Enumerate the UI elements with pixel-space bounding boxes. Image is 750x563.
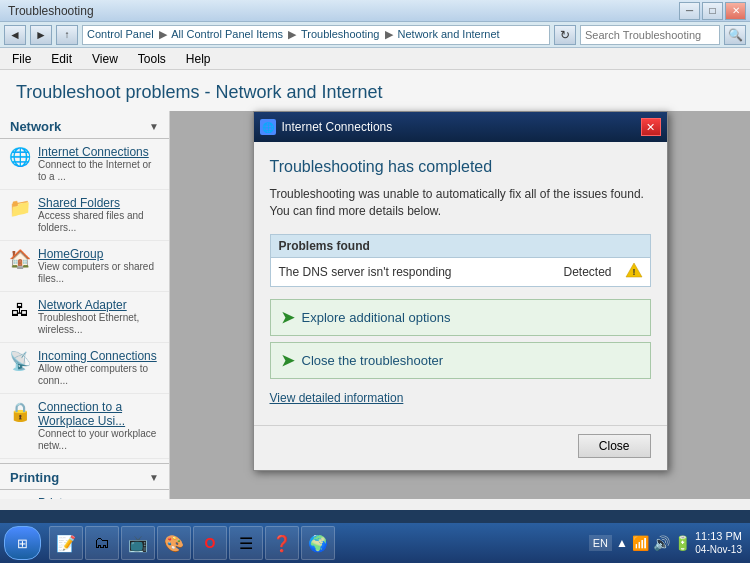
sidebar-item-network-adapter[interactable]: 🖧 Network Adapter Troubleshoot Ethernet,… [0, 292, 169, 343]
sidebar-item-shared-folders[interactable]: 📁 Shared Folders Access shared files and… [0, 190, 169, 241]
up-button[interactable]: ↑ [56, 25, 78, 45]
maximize-button[interactable]: □ [702, 2, 723, 20]
workplace-desc: Connect to your workplace netw... [38, 428, 161, 452]
printing-section-header: Printing ▼ [0, 463, 169, 490]
warning-triangle-icon: ! [625, 262, 643, 278]
dialog-close-x-button[interactable]: ✕ [641, 118, 661, 136]
warning-icon: ! [626, 264, 642, 280]
network-tray-icon: 📶 [632, 535, 649, 551]
language-indicator: EN [589, 535, 612, 551]
titlebar-buttons: ─ □ ✕ [679, 2, 746, 20]
clock[interactable]: 11:13 PM 04-Nov-13 [695, 530, 742, 555]
taskbar-word-app[interactable]: 📝 [49, 526, 83, 560]
start-button[interactable]: ⊞ [4, 526, 41, 560]
menu-bar: File Edit View Tools Help [0, 48, 750, 70]
main-content: 🌐 Internet Connections ✕ Troubleshooting… [170, 111, 750, 499]
sidebar-item-printer[interactable]: 🖨 Printer Troubleshoot problems prevent.… [0, 490, 169, 499]
network-section-header: Network ▼ [0, 111, 169, 139]
workplace-icon: 🔒 [8, 400, 32, 424]
taskbar-settings-app[interactable]: ☰ [229, 526, 263, 560]
menu-help[interactable]: Help [182, 50, 215, 68]
dialog-footer: Close [254, 425, 667, 470]
dialog-titlebar: 🌐 Internet Connections ✕ [254, 112, 667, 142]
sidebar-item-homegroup[interactable]: 🏠 HomeGroup View computers or shared fil… [0, 241, 169, 292]
explore-options-button[interactable]: ➤ Explore additional options [270, 299, 651, 336]
internet-connections-desc: Connect to the Internet or to a ... [38, 159, 161, 183]
dialog-overlay: 🌐 Internet Connections ✕ Troubleshooting… [170, 111, 750, 499]
shared-folders-icon: 📁 [8, 196, 32, 220]
search-box[interactable] [580, 25, 720, 45]
volume-tray-icon: 🔊 [653, 535, 670, 551]
breadcrumb-text: Control Panel ▶ All Control Panel Items … [87, 28, 500, 41]
problems-found-header: Problems found [271, 235, 650, 258]
taskbar-apps: 📝 🗂 📺 🎨 O ☰ ❓ 🌍 [49, 526, 583, 560]
homegroup-icon: 🏠 [8, 247, 32, 271]
internet-connections-title[interactable]: Internet Connections [38, 145, 161, 159]
taskbar-media-app[interactable]: 📺 [121, 526, 155, 560]
taskbar-opera-app[interactable]: O [193, 526, 227, 560]
refresh-button[interactable]: ↻ [554, 25, 576, 45]
window-title: Troubleshooting [8, 4, 94, 18]
dialog-body: Troubleshooting has completed Troublesho… [254, 142, 667, 425]
explore-options-arrow-icon: ➤ [281, 308, 294, 327]
problem-status: Detected [563, 265, 611, 279]
battery-tray-icon: 🔋 [674, 535, 691, 551]
minimize-button[interactable]: ─ [679, 2, 700, 20]
sidebar-item-internet-connections[interactable]: 🌐 Internet Connections Connect to the In… [0, 139, 169, 190]
search-button[interactable]: 🔍 [724, 25, 746, 45]
incoming-connections-title[interactable]: Incoming Connections [38, 349, 161, 363]
menu-file[interactable]: File [8, 50, 35, 68]
homegroup-desc: View computers or shared files... [38, 261, 161, 285]
collapse-arrow-printing[interactable]: ▼ [149, 472, 159, 483]
main-window: Troubleshooting ─ □ ✕ ◄ ► ↑ Control Pane… [0, 0, 750, 510]
network-adapter-desc: Troubleshoot Ethernet, wireless... [38, 312, 161, 336]
menu-view[interactable]: View [88, 50, 122, 68]
shared-folders-desc: Access shared files and folders... [38, 210, 161, 234]
collapse-arrow-network[interactable]: ▼ [149, 121, 159, 132]
taskbar-folder-app[interactable]: 🗂 [85, 526, 119, 560]
close-troubleshooter-label: Close the troubleshooter [302, 353, 444, 368]
sidebar-item-incoming-connections[interactable]: 📡 Incoming Connections Allow other compu… [0, 343, 169, 394]
close-button[interactable]: Close [578, 434, 651, 458]
incoming-connections-desc: Allow other computers to conn... [38, 363, 161, 387]
menu-tools[interactable]: Tools [134, 50, 170, 68]
internet-connections-icon: 🌐 [8, 145, 32, 169]
taskbar-globe-app[interactable]: 🌍 [301, 526, 335, 560]
address-bar: ◄ ► ↑ Control Panel ▶ All Control Panel … [0, 22, 750, 48]
taskbar-tray: EN ▲ 📶 🔊 🔋 11:13 PM 04-Nov-13 [585, 530, 746, 555]
forward-button[interactable]: ► [30, 25, 52, 45]
page-title-area: Troubleshoot problems - Network and Inte… [0, 70, 750, 111]
printer-title[interactable]: Printer [38, 496, 161, 499]
network-adapter-icon: 🖧 [8, 298, 32, 322]
shared-folders-title[interactable]: Shared Folders [38, 196, 161, 210]
homegroup-title[interactable]: HomeGroup [38, 247, 161, 261]
back-button[interactable]: ◄ [4, 25, 26, 45]
taskbar: ⊞ 📝 🗂 📺 🎨 O ☰ ❓ 🌍 EN ▲ 📶 🔊 🔋 11:13 PM 04… [0, 523, 750, 563]
workplace-title[interactable]: Connection to a Workplace Usi... [38, 400, 161, 428]
search-input[interactable] [585, 29, 715, 41]
tray-arrow-up[interactable]: ▲ [616, 536, 628, 550]
svg-text:!: ! [632, 267, 635, 277]
dialog: 🌐 Internet Connections ✕ Troubleshooting… [253, 111, 668, 471]
main-titlebar: Troubleshooting ─ □ ✕ [0, 0, 750, 22]
taskbar-photo-app[interactable]: 🎨 [157, 526, 191, 560]
problem-name: The DNS server isn't responding [279, 265, 556, 279]
incoming-connections-icon: 📡 [8, 349, 32, 373]
printer-icon: 🖨 [8, 496, 32, 499]
desktop: Troubleshooting ─ □ ✕ ◄ ► ↑ Control Pane… [0, 0, 750, 510]
window-close-button[interactable]: ✕ [725, 2, 746, 20]
dialog-icon: 🌐 [260, 119, 276, 135]
dialog-title: Internet Connections [282, 120, 635, 134]
close-troubleshooter-button[interactable]: ➤ Close the troubleshooter [270, 342, 651, 379]
content-area: Network ▼ 🌐 Internet Connections Connect… [0, 111, 750, 499]
page-title: Troubleshoot problems - Network and Inte… [16, 82, 734, 103]
network-adapter-title[interactable]: Network Adapter [38, 298, 161, 312]
problem-row: The DNS server isn't responding Detected… [271, 258, 650, 286]
sidebar-item-workplace[interactable]: 🔒 Connection to a Workplace Usi... Conne… [0, 394, 169, 459]
menu-edit[interactable]: Edit [47, 50, 76, 68]
breadcrumb: Control Panel ▶ All Control Panel Items … [82, 25, 550, 45]
taskbar-help-app[interactable]: ❓ [265, 526, 299, 560]
clock-date: 04-Nov-13 [695, 544, 742, 556]
view-details-link[interactable]: View detailed information [270, 387, 404, 409]
start-icon: ⊞ [17, 536, 28, 551]
